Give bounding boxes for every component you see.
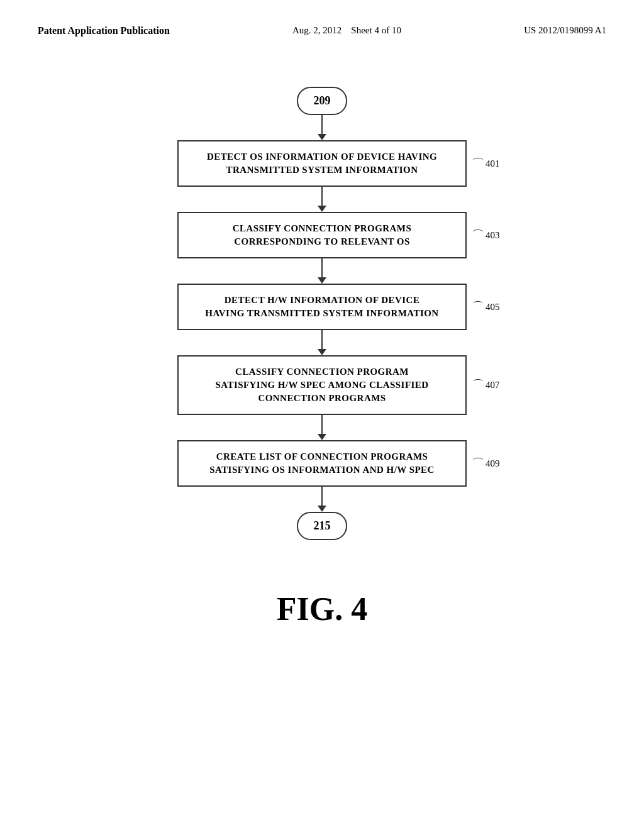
end-node-215: 215 — [297, 512, 347, 540]
step-401-text: DETECT OS INFORMATION OF DEVICE HAVINGTR… — [207, 150, 437, 177]
header-date-sheet: Aug. 2, 2012 Sheet 4 of 10 — [292, 25, 401, 36]
step-405-box: DETECT H/W INFORMATION OF DEVICEHAVING T… — [177, 284, 467, 330]
step-409-wrapper: CREATE LIST OF CONNECTION PROGRAMSSATISF… — [177, 440, 467, 487]
header-date: Aug. 2, 2012 — [292, 25, 341, 35]
step-407-box: CLASSIFY CONNECTION PROGRAMSATISFYING H/… — [177, 355, 467, 415]
step-407-wrapper: CLASSIFY CONNECTION PROGRAMSATISFYING H/… — [177, 355, 467, 415]
arrow-6 — [318, 487, 326, 512]
start-node-209: 209 — [297, 87, 347, 115]
step-403-wrapper: CLASSIFY CONNECTION PROGRAMSCORRESPONDIN… — [177, 212, 467, 258]
step-409-box: CREATE LIST OF CONNECTION PROGRAMSSATISF… — [177, 440, 467, 487]
arrow-3 — [318, 258, 326, 284]
flowchart-diagram: 209 DETECT OS INFORMATION OF DEVICE HAVI… — [0, 49, 644, 540]
step-401-wrapper: DETECT OS INFORMATION OF DEVICE HAVINGTR… — [177, 140, 467, 187]
curve-icon-403: ⌒ — [472, 227, 484, 244]
page-header: Patent Application Publication Aug. 2, 2… — [0, 0, 644, 49]
step-401-number: 401 — [486, 158, 500, 169]
step-403-label: ⌒ 403 — [472, 227, 500, 244]
header-sheet: Sheet 4 of 10 — [351, 25, 401, 35]
curve-icon-409: ⌒ — [472, 455, 484, 472]
step-401-box: DETECT OS INFORMATION OF DEVICE HAVINGTR… — [177, 140, 467, 187]
arrow-4 — [318, 330, 326, 355]
curve-icon-401: ⌒ — [472, 155, 484, 172]
step-405-text: DETECT H/W INFORMATION OF DEVICEHAVING T… — [205, 294, 438, 320]
step-403-text: CLASSIFY CONNECTION PROGRAMSCORRESPONDIN… — [233, 222, 412, 248]
step-405-label: ⌒ 405 — [472, 299, 500, 316]
step-405-wrapper: DETECT H/W INFORMATION OF DEVICEHAVING T… — [177, 284, 467, 330]
arrow-5 — [318, 415, 326, 440]
step-405-number: 405 — [486, 302, 500, 313]
curve-icon-405: ⌒ — [472, 299, 484, 316]
header-publication: Patent Application Publication — [38, 25, 170, 36]
header-patent-number: US 2012/0198099 A1 — [524, 25, 606, 36]
step-407-number: 407 — [486, 380, 500, 390]
step-401-label: ⌒ 401 — [472, 155, 500, 172]
arrow-2 — [318, 187, 326, 212]
figure-caption: FIG. 4 — [0, 590, 644, 628]
arrow-1 — [318, 115, 326, 140]
step-407-label: ⌒ 407 — [472, 377, 500, 394]
step-407-text: CLASSIFY CONNECTION PROGRAMSATISFYING H/… — [215, 365, 428, 405]
step-409-label: ⌒ 409 — [472, 455, 500, 472]
step-409-number: 409 — [486, 458, 500, 469]
step-403-box: CLASSIFY CONNECTION PROGRAMSCORRESPONDIN… — [177, 212, 467, 258]
step-403-number: 403 — [486, 230, 500, 241]
curve-icon-407: ⌒ — [472, 377, 484, 394]
step-409-text: CREATE LIST OF CONNECTION PROGRAMSSATISF… — [209, 450, 435, 477]
